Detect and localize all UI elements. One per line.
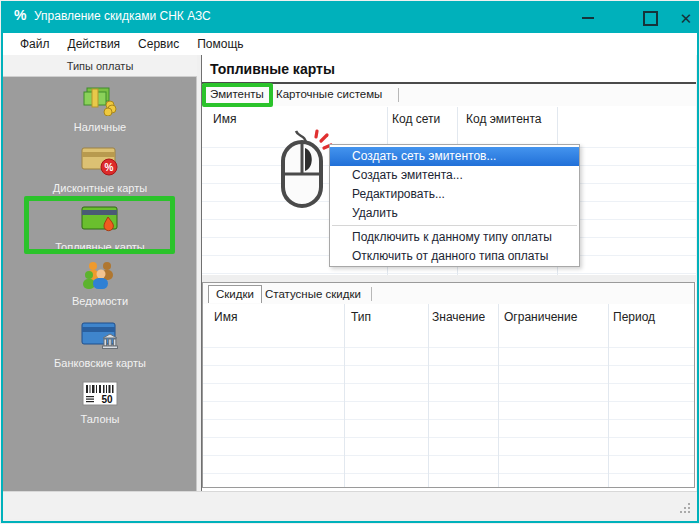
column-separator [344, 304, 345, 487]
sidebar-item-label: Ведомости [3, 295, 197, 307]
column-separator [608, 304, 609, 487]
column-header-name[interactable]: Имя [213, 112, 236, 126]
minimize-button[interactable] [572, 3, 604, 33]
window-title: Управление скидками СНК АЗС [34, 9, 211, 23]
sidebar-item-cash[interactable]: Наличные [3, 86, 197, 133]
sidebar-item-discount-cards[interactable]: % Дисконтные карты [3, 145, 197, 194]
maximize-button[interactable] [634, 3, 666, 33]
column-header-name[interactable]: Имя [214, 310, 237, 324]
resize-grip-icon[interactable] [678, 501, 691, 514]
sidebar-item-label: Топливные карты [3, 241, 197, 253]
menu-help[interactable]: Помощь [188, 34, 252, 54]
column-header-emitter-code[interactable]: Код эмитента [466, 112, 542, 126]
column-header-value[interactable]: Значение [432, 310, 485, 324]
column-header-network-code[interactable]: Код сети [392, 112, 440, 126]
sidebar-item-coupons[interactable]: 50 Талоны [3, 380, 197, 425]
maximize-icon [643, 11, 658, 26]
bank-card-icon [80, 320, 120, 352]
discount-card-icon: % [80, 145, 120, 177]
sidebar-item-fuel-cards[interactable]: Топливные карты [3, 204, 197, 253]
fuel-card-icon [80, 204, 120, 236]
mouse-right-click-icon [276, 128, 334, 214]
page-title: Топливные карты [210, 61, 335, 77]
people-icon [80, 260, 120, 290]
column-header-limit[interactable]: Ограничение [504, 310, 577, 324]
coupon-value: 50 [101, 394, 113, 405]
sidebar-item-label: Банковские карты [3, 357, 197, 369]
sidebar-item-label: Талоны [3, 413, 197, 425]
tab-discounts[interactable]: Скидки [208, 285, 262, 303]
cash-icon [80, 86, 120, 116]
discounts-tab-bar: Скидки Статусные скидки [203, 283, 694, 304]
close-button[interactable]: ✕ [670, 3, 700, 33]
context-menu-separator [332, 225, 577, 226]
menu-service[interactable]: Сервис [129, 34, 188, 54]
menu-actions[interactable]: Действия [59, 34, 130, 54]
column-header-period[interactable]: Период [613, 310, 655, 324]
sidebar-item-statements[interactable]: Ведомости [3, 260, 197, 307]
menu-file[interactable]: Файл [11, 34, 59, 54]
column-separator [428, 304, 429, 487]
close-icon: ✕ [680, 11, 693, 26]
sidebar: Наличные % Дисконтные карты Топливные ка… [3, 77, 197, 491]
context-menu-item-create-emitter[interactable]: Создать эмитента... [330, 166, 579, 185]
panel-splitter[interactable] [202, 275, 696, 282]
coupon-icon: 50 [80, 380, 120, 408]
app-icon: % [14, 7, 26, 23]
menu-bar: Файл Действия Сервис Помощь [3, 33, 697, 55]
minimize-icon [582, 17, 594, 19]
context-menu-item-create-network[interactable]: Создать сеть эмитентов... [330, 147, 579, 166]
table-empty-rows [203, 330, 694, 487]
context-menu-item-edit[interactable]: Редактировать... [330, 185, 579, 204]
title-underline [202, 82, 696, 84]
sidebar-item-label: Наличные [3, 121, 197, 133]
sidebar-item-label: Дисконтные карты [3, 182, 197, 194]
discounts-table[interactable]: Имя Тип Значение Ограничение Период [203, 304, 694, 487]
context-menu: Создать сеть эмитентов... Создать эмитен… [329, 144, 580, 267]
sidebar-item-bank-cards[interactable]: Банковские карты [3, 320, 197, 369]
tab-separator [398, 88, 399, 102]
column-separator [498, 304, 499, 487]
emitters-tab-bar: Эмитенты Карточные системы [202, 84, 696, 106]
tab-emitters[interactable]: Эмитенты [210, 88, 264, 100]
column-header-type[interactable]: Тип [351, 310, 371, 324]
sidebar-header: Типы оплаты [3, 55, 197, 77]
context-menu-item-detach[interactable]: Отключить от данного типа оплаты [330, 247, 579, 266]
discounts-panel: Скидки Статусные скидки Имя Тип Значение… [202, 282, 695, 488]
percent-badge: % [105, 162, 114, 173]
context-menu-item-attach[interactable]: Подключить к данному типу оплаты [330, 228, 579, 247]
status-bar [3, 491, 697, 519]
application-window: % Управление скидками СНК АЗС ✕ Файл Дей… [0, 0, 700, 524]
tab-status-discounts[interactable]: Статусные скидки [265, 288, 361, 300]
tab-card-systems[interactable]: Карточные системы [276, 88, 382, 100]
tab-separator [371, 287, 372, 301]
context-menu-item-delete[interactable]: Удалить [330, 204, 579, 223]
